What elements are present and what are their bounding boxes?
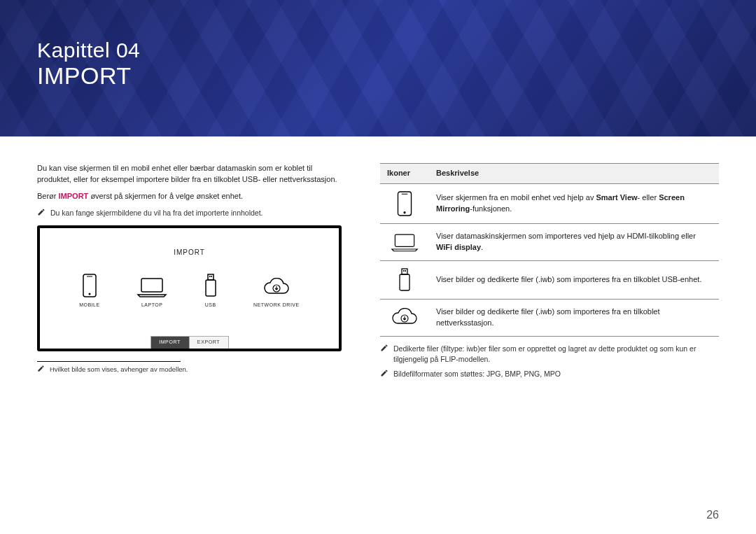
tab-export: EXPORT [190, 336, 229, 349]
note-formats-text: Bildefilformater som støttes: JPG, BMP, … [393, 369, 561, 379]
row-text: -funksjonen. [470, 204, 512, 213]
device-mobile-label: MOBILE [79, 302, 99, 309]
note-capture: Du kan fange skjermbildene du vil ha fra… [37, 208, 342, 218]
note-capture-text: Du kan fange skjermbildene du vil ha fra… [50, 208, 263, 218]
svg-rect-16 [405, 270, 407, 272]
row-bold: Smart View [596, 193, 637, 202]
device-usb-label: USB [204, 302, 217, 309]
th-desc: Beskrivelse [429, 164, 719, 184]
note-iwb-text: Dedikerte filer (filtype: iwb)er filer s… [393, 344, 719, 365]
page-number: 26 [706, 509, 719, 521]
svg-rect-14 [400, 274, 410, 290]
cloud-download-icon [387, 308, 422, 328]
chapter-header: Kapittel 04 IMPORT [0, 0, 756, 136]
table-row: Viser skjermen fra en mobil enhet ved hj… [380, 183, 719, 223]
device-laptop: LAPTOP [136, 271, 167, 309]
device-network-label: NETWORK DRIVE [253, 302, 300, 309]
laptop-icon [136, 276, 167, 297]
svg-rect-15 [403, 270, 405, 272]
usb-icon [387, 268, 422, 292]
svg-rect-4 [208, 274, 214, 280]
svg-rect-3 [141, 279, 162, 292]
import-figure: IMPORT MOBILE LAPTOP [37, 225, 342, 351]
note-iwb: Dedikerte filer (filtype: iwb)er filer s… [380, 344, 719, 365]
pencil-icon [37, 208, 46, 218]
device-usb: USB [204, 271, 217, 309]
row-text: Viser bilder og dedikerte filer (.iwb) s… [436, 275, 701, 283]
row-text: . [481, 243, 483, 251]
intro-text: Du kan vise skjermen til en mobil enhet … [37, 163, 342, 185]
chapter-label: Kapittel 04 [37, 38, 140, 62]
laptop-icon [387, 232, 422, 252]
row-text: Viser bilder og dedikerte filer (.iwb) s… [436, 307, 660, 327]
row-desc: Viser bilder og dedikerte filer (.iwb) s… [429, 299, 719, 336]
svg-point-10 [403, 211, 405, 213]
svg-rect-6 [209, 276, 211, 277]
figcaption: Hvilket bilde som vises, avhenger av mod… [37, 365, 342, 374]
svg-rect-13 [402, 269, 407, 274]
row-text: Viser skjermen fra en mobil enhet ved hj… [436, 193, 596, 202]
instruction-pre: Berør [37, 192, 59, 200]
device-mobile: MOBILE [79, 271, 99, 309]
pencil-icon [380, 369, 388, 379]
row-desc: Viser bilder og dedikerte filer (.iwb) s… [429, 260, 719, 299]
instruction-bold: IMPORT [59, 192, 89, 200]
instruction-text: Berør IMPORT øverst på skjermen for å ve… [37, 191, 342, 202]
pencil-icon [380, 344, 388, 365]
row-desc: Viser skjermen fra en mobil enhet ved hj… [429, 183, 719, 223]
import-figure-title: IMPORT [40, 228, 339, 258]
table-row: Viser bilder og dedikerte filer (.iwb) s… [380, 260, 719, 299]
table-row: Viser bilder og dedikerte filer (.iwb) s… [380, 299, 719, 336]
th-icons: Ikoner [380, 164, 429, 184]
svg-rect-5 [206, 280, 216, 296]
row-text: Viser datamaskinskjermen som importeres … [436, 232, 696, 240]
device-network: NETWORK DRIVE [253, 271, 300, 309]
row-bold: WiFi display [436, 243, 481, 251]
note-formats: Bildefilformater som støttes: JPG, BMP, … [380, 369, 719, 379]
mobile-icon [83, 274, 97, 297]
row-text: - eller [638, 193, 659, 202]
cloud-download-icon [263, 278, 290, 297]
figcaption-text: Hvilket bilde som vises, avhenger av mod… [50, 365, 188, 374]
icons-table: Ikoner Beskrivelse Viser skjermen fra en… [380, 163, 719, 337]
tab-import: IMPORT [150, 336, 190, 349]
usb-icon [204, 274, 217, 297]
figcaption-rule [37, 361, 181, 362]
table-row: Viser datamaskinskjermen som importeres … [380, 223, 719, 260]
row-desc: Viser datamaskinskjermen som importeres … [429, 223, 719, 260]
device-laptop-label: LAPTOP [136, 302, 167, 309]
chapter-name: IMPORT [37, 62, 140, 90]
instruction-post: øverst på skjermen for å velge ønsket en… [88, 192, 243, 200]
svg-rect-7 [211, 276, 212, 277]
svg-rect-12 [395, 234, 414, 246]
svg-point-1 [88, 293, 90, 295]
pencil-icon [37, 365, 45, 374]
mobile-icon [387, 191, 422, 216]
